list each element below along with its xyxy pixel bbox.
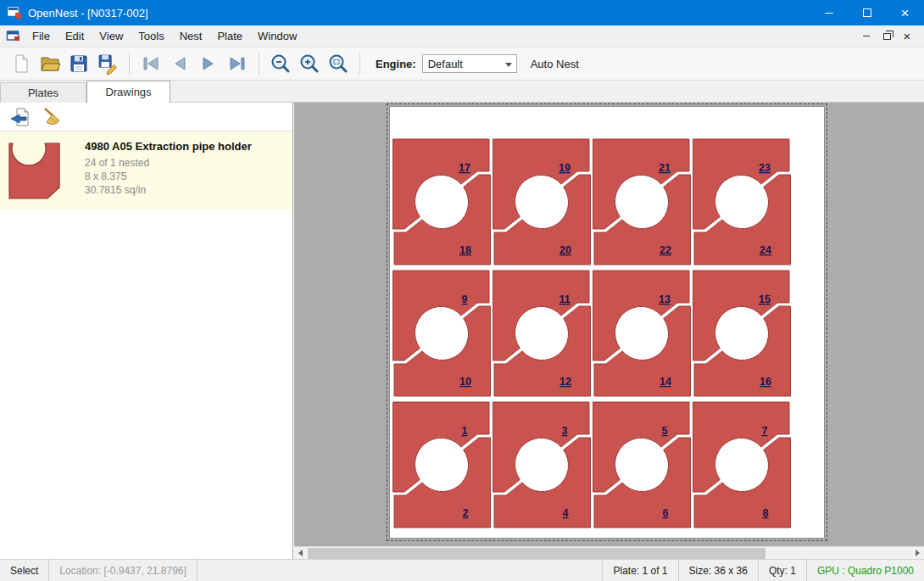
part-number: 16: [760, 376, 771, 388]
mdi-restore-button[interactable]: [877, 28, 897, 45]
part-number: 7: [762, 425, 768, 437]
drawing-list-item[interactable]: 4980 A05 Extraction pipe holder 24 of 1 …: [0, 131, 292, 209]
drawing-size: 8 x 8.375: [85, 170, 126, 182]
menu-file[interactable]: File: [25, 25, 58, 47]
mdi-restore-icon: [883, 33, 891, 40]
part-number: 13: [659, 293, 671, 305]
zoom-in-button[interactable]: [295, 50, 324, 77]
menu-plate[interactable]: Plate: [209, 25, 250, 47]
plate[interactable]: 17 18 19 20 21 22 23 24: [389, 106, 825, 539]
zoom-window-button[interactable]: [324, 50, 353, 77]
menu-edit[interactable]: Edit: [58, 25, 92, 47]
tab-drawings[interactable]: Drawings: [86, 81, 170, 103]
new-icon: [10, 53, 32, 75]
mdi-minimize-icon: [863, 36, 870, 36]
status-bar: Select Location: [-0.9437, 21.8796] Plat…: [0, 559, 924, 581]
app-icon: [8, 7, 21, 19]
part-number: 21: [659, 162, 671, 174]
zoom-out-icon: [270, 53, 292, 75]
nested-part-pair[interactable]: [593, 271, 691, 396]
window-title: OpenNest - [N0317-002]: [28, 7, 148, 20]
minimize-icon: [825, 13, 833, 14]
mdi-child-icon: [6, 30, 21, 43]
nav-next-icon: [198, 53, 220, 75]
scrollbar-thumb[interactable]: [308, 548, 765, 559]
close-icon: ×: [901, 6, 910, 20]
mdi-minimize-button[interactable]: [856, 28, 877, 45]
page-back-arrow-icon: [8, 106, 31, 128]
part-number: 11: [559, 293, 570, 305]
nest-cell: 11 12: [493, 271, 591, 396]
last-plate-button[interactable]: [223, 50, 252, 77]
nest-cell: 1 2: [393, 402, 491, 528]
nested-part-pair[interactable]: [493, 402, 591, 528]
nest-cell: 21 22: [593, 139, 691, 265]
status-gpu: GPU : Quadro P1000: [807, 560, 924, 581]
nav-last-icon: [226, 53, 248, 75]
main-toolbar: Engine: Default Auto Nest: [0, 47, 924, 81]
send-to-plate-button[interactable]: [7, 105, 32, 129]
scroll-left-icon: [298, 550, 303, 556]
menu-nest[interactable]: Nest: [172, 25, 210, 47]
save-button[interactable]: [64, 50, 93, 77]
part-number: 17: [459, 162, 470, 174]
nested-part-pair[interactable]: [493, 271, 591, 396]
zoom-window-icon: [327, 53, 349, 75]
part-number: 9: [462, 293, 468, 305]
maximize-icon: [863, 8, 871, 17]
nest-cell: 5 6: [593, 402, 691, 528]
scroll-left-button[interactable]: [294, 547, 307, 559]
nested-part-pair[interactable]: [393, 402, 491, 528]
drawings-panel: 4980 A05 Extraction pipe holder 24 of 1 …: [0, 103, 293, 559]
part-number: 18: [459, 244, 471, 256]
part-number: 20: [559, 244, 571, 256]
clear-nest-button[interactable]: [39, 105, 64, 129]
scroll-right-button[interactable]: [911, 547, 924, 559]
first-plate-button[interactable]: [136, 50, 165, 77]
nested-part-pair[interactable]: [693, 402, 791, 528]
auto-nest-button[interactable]: Auto Nest: [531, 58, 579, 70]
menu-window[interactable]: Window: [250, 25, 304, 47]
nested-part-pair[interactable]: [493, 139, 591, 265]
maximize-button[interactable]: [848, 0, 886, 25]
part-number: 10: [459, 376, 471, 388]
next-plate-button[interactable]: [194, 50, 223, 77]
drawing-nested-count: 24 of 1 nested: [85, 157, 149, 169]
minimize-button[interactable]: [810, 0, 848, 25]
mdi-close-button[interactable]: ×: [897, 28, 917, 45]
open-folder-icon: [39, 53, 61, 75]
status-plate: Plate: 1 of 1: [603, 560, 677, 581]
title-bar: OpenNest - [N0317-002] ×: [0, 0, 924, 25]
nested-part-pair[interactable]: [393, 139, 491, 265]
zoom-in-icon: [298, 53, 320, 75]
nested-part-pair[interactable]: [393, 271, 491, 396]
save-edit-button[interactable]: [93, 50, 122, 77]
nest-canvas[interactable]: 17 18 19 20 21 22 23 24: [294, 103, 924, 559]
prev-plate-button[interactable]: [165, 50, 194, 77]
nested-part-pair[interactable]: [593, 139, 691, 265]
part-number: 3: [562, 425, 568, 437]
part-number: 23: [759, 162, 771, 174]
engine-select[interactable]: Default: [422, 54, 517, 73]
zoom-out-button[interactable]: [266, 50, 295, 77]
menu-view[interactable]: View: [92, 25, 131, 47]
part-number: 22: [660, 244, 671, 256]
tab-plates[interactable]: Plates: [0, 82, 86, 103]
part-number: 4: [563, 507, 569, 519]
horizontal-scrollbar[interactable]: [294, 546, 924, 559]
nested-part-pair[interactable]: [693, 271, 791, 396]
nested-part-pair[interactable]: [593, 402, 691, 528]
nest-plate-svg: 17 18 19 20 21 22 23 24: [390, 107, 826, 539]
part-number: 8: [763, 507, 769, 519]
nested-part-pair[interactable]: [693, 139, 791, 265]
part-number: 2: [463, 507, 469, 519]
scroll-right-icon: [916, 550, 920, 556]
nest-cell: 17 18: [393, 139, 491, 265]
open-button[interactable]: [36, 50, 64, 77]
close-button[interactable]: ×: [886, 0, 924, 25]
menu-tools[interactable]: Tools: [131, 25, 171, 47]
new-button[interactable]: [7, 50, 36, 77]
menu-bar: File Edit View Tools Nest Plate Window ×: [0, 25, 924, 47]
drawing-title: 4980 A05 Extraction pipe holder: [85, 140, 252, 153]
status-location: Location: [-0.9437, 21.8796]: [49, 560, 196, 581]
